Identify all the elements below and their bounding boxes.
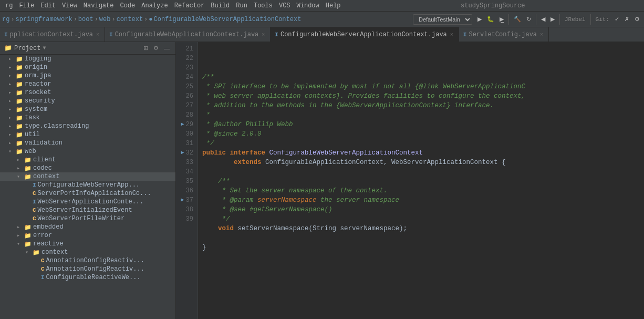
tree-item[interactable]: CServerPortInfoApplicationCo... (0, 189, 175, 198)
tab-close-3[interactable]: × (449, 32, 454, 38)
git-x[interactable]: ✗ (622, 15, 631, 24)
breadcrumb-class-name[interactable]: ConfigurableWebServerApplicationContext (154, 16, 302, 23)
tree-item[interactable]: ▸📁error (0, 231, 175, 240)
menu-refactor[interactable]: Refactor (171, 2, 208, 9)
tree-item[interactable]: ▸📁embedded (0, 223, 175, 231)
menu-file[interactable]: File (16, 2, 37, 9)
menu-rg[interactable]: rg (2, 2, 16, 9)
code-line[interactable]: * (202, 110, 640, 120)
tree-item[interactable]: IConfigurableWebServerApp... (0, 181, 175, 189)
tree-item[interactable]: ▸📁system (0, 105, 175, 114)
code-line[interactable]: * @param serverNamespace the server name… (202, 195, 640, 205)
sidebar-dropdown-icon[interactable]: ▼ (43, 45, 46, 51)
code-content[interactable]: /** * SPI interface to be implemented by… (198, 42, 644, 319)
build-button[interactable]: 🔨 (512, 15, 523, 24)
code-line[interactable]: /** (202, 73, 640, 82)
tree-item[interactable]: ▾📁context (0, 248, 175, 256)
tab-close-2[interactable]: × (261, 32, 266, 38)
code-line[interactable]: */ (202, 214, 640, 224)
tree-item[interactable]: ▸📁codec (0, 164, 175, 172)
tree-arrow: ▾ (25, 249, 33, 255)
tree-item[interactable]: ▸📁security (0, 97, 175, 105)
breadcrumb-web[interactable]: web (99, 16, 111, 23)
tab-configurablewebapplicationcontext[interactable]: I ConfigurableWebApplicationContext.java… (105, 27, 271, 42)
code-line[interactable]: } (202, 243, 640, 252)
menu-help[interactable]: Help (323, 2, 344, 9)
menu-tools[interactable]: Tools (251, 2, 276, 9)
code-line[interactable]: * SPI interface to be implemented by mos… (202, 82, 640, 91)
forward-button[interactable]: ▶ (548, 15, 557, 24)
tab-applicationcontext[interactable]: I pplicationContext.java × (0, 27, 105, 42)
breadcrumb-class[interactable]: ● (149, 16, 152, 23)
tab-close-1[interactable]: × (95, 32, 100, 38)
git-settings[interactable]: ⚙ (632, 15, 642, 24)
menu-view[interactable]: View (59, 2, 80, 9)
tree-item[interactable]: IWebServerApplicationConte... (0, 198, 175, 206)
tree-container[interactable]: ▸📁logging▸📁origin▸📁orm.jpa▸📁reactor▸📁rso… (0, 55, 175, 319)
tree-item[interactable]: CAnnotationConfigReactiv... (0, 256, 175, 265)
run-config-select[interactable]: DefaultTestMain (413, 14, 472, 25)
folder-icon: 📁 (16, 98, 23, 105)
line-num-text: 37 (186, 195, 193, 205)
sidebar-minimize-btn[interactable]: — (162, 44, 171, 52)
code-line[interactable] (202, 233, 640, 243)
code-line[interactable]: */ (202, 139, 640, 148)
breadcrumb-boot[interactable]: boot (78, 16, 94, 23)
tree-item[interactable]: ▾📁context (0, 172, 175, 181)
menu-window[interactable]: Window (294, 2, 323, 9)
tree-item[interactable]: CWebServerPortFileWriter (0, 214, 175, 223)
back-button[interactable]: ◀ (539, 15, 547, 24)
code-line[interactable]: * @author Phillip Webb (202, 120, 640, 129)
sync-button[interactable]: ↻ (524, 15, 533, 24)
tree-arrow: ▸ (17, 232, 24, 239)
sidebar-settings-btn[interactable]: ⚙ (152, 44, 160, 52)
code-line[interactable]: * @see #getServerNamespace() (202, 205, 640, 214)
menu-edit[interactable]: Edit (37, 2, 59, 9)
tree-item[interactable]: ▸📁reactor (0, 80, 175, 88)
tree-item[interactable]: ▸📁logging (0, 55, 175, 63)
menu-analyze[interactable]: Analyze (138, 2, 171, 9)
tab-servletconfig[interactable]: I ServletConfig.java × (459, 27, 549, 42)
tree-item[interactable]: ▸📁util (0, 130, 175, 139)
tree-item[interactable]: ▸📁client (0, 156, 175, 164)
code-line[interactable]: /** (202, 177, 640, 186)
folder-icon: 📁 (16, 131, 23, 138)
menu-run[interactable]: Run (233, 2, 251, 9)
code-line[interactable]: * web server application contexts}. Prov… (202, 91, 640, 101)
tree-item[interactable]: ▸📁origin (0, 63, 175, 71)
tree-item[interactable]: ▾📁reactive (0, 240, 175, 248)
tree-item[interactable]: CWebServerInitializedEvent (0, 206, 175, 214)
menu-vcs[interactable]: VCS (276, 2, 294, 9)
tree-item[interactable]: ▸📁rsocket (0, 88, 175, 97)
folder-icon: 📁 (16, 115, 23, 121)
tree-item[interactable]: CAnnotationConfigReactiv... (0, 265, 175, 273)
breadcrumb-rg[interactable]: rg (2, 16, 9, 23)
coverage-button[interactable]: ▶̲ (497, 15, 506, 24)
git-checkmark[interactable]: ✓ (612, 15, 621, 24)
code-scroll[interactable]: 2122232425262728▶293031▶3233343536▶37383… (176, 42, 644, 319)
code-line[interactable]: void setServerNamespace(String serverNam… (202, 224, 640, 233)
tab-configurablewebserverapplicationcontext[interactable]: I ConfigurableWebServerApplicationContex… (271, 27, 459, 42)
code-line[interactable]: extends ConfigurableApplicationContext, … (202, 158, 640, 167)
menu-navigate[interactable]: Navigate (80, 2, 117, 9)
tab-close-4[interactable]: × (539, 32, 544, 38)
folder-icon: 📁 (24, 173, 32, 180)
debug-button[interactable]: 🐛 (485, 15, 496, 24)
code-line[interactable]: * Set the server namespace of the contex… (202, 186, 640, 195)
menu-build[interactable]: Build (207, 2, 233, 9)
tree-item[interactable]: ▸📁orm.jpa (0, 71, 175, 80)
tree-item[interactable]: ▾📁web (0, 147, 175, 156)
code-line[interactable] (202, 167, 640, 177)
breadcrumb-springframework[interactable]: springframework (16, 16, 72, 23)
breadcrumb-context[interactable]: context (117, 16, 143, 23)
tree-item[interactable]: ▸📁task (0, 114, 175, 122)
tree-item[interactable]: IConfigurableReactiveWe... (0, 273, 175, 282)
code-line[interactable]: * addition to the methods in the {WebSer… (202, 101, 640, 110)
run-button[interactable]: ▶ (475, 15, 484, 24)
code-line[interactable]: public interface ConfigurableWebServerAp… (202, 148, 640, 158)
tree-item[interactable]: ▸📁type.classreading (0, 122, 175, 130)
code-line[interactable]: * @since 2.0.0 (202, 129, 640, 139)
tree-item[interactable]: ▸📁validation (0, 139, 175, 147)
menu-code[interactable]: Code (117, 2, 138, 9)
sidebar-layout-btn[interactable]: ⊞ (142, 44, 150, 52)
